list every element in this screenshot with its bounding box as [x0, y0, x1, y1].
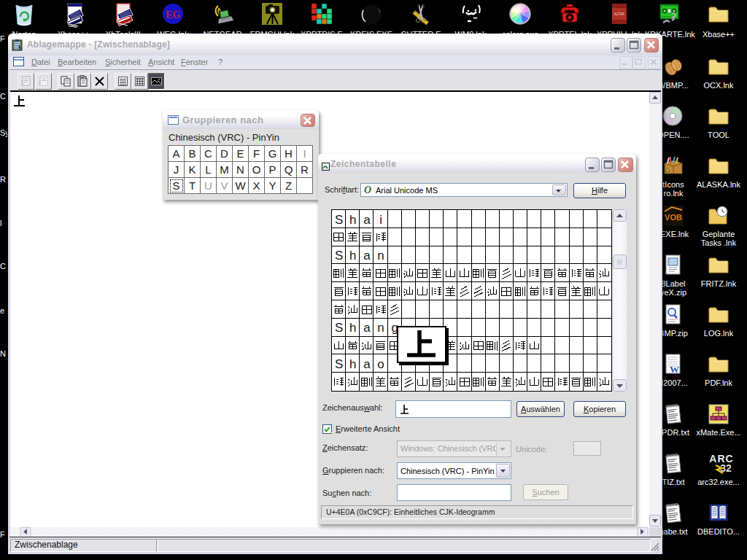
svg-text:n: n — [377, 249, 384, 262]
svg-text:h: h — [349, 249, 356, 262]
svg-text:h: h — [349, 213, 356, 227]
svg-text:a: a — [363, 249, 371, 262]
svg-text:i: i — [379, 213, 382, 227]
svg-text:o: o — [377, 357, 384, 371]
svg-text:a: a — [363, 213, 371, 227]
svg-text:VOB: VOB — [665, 213, 682, 222]
svg-text:n: n — [377, 321, 384, 335]
svg-text:a: a — [363, 321, 371, 335]
svg-text:S: S — [335, 249, 343, 262]
svg-text:a: a — [363, 357, 371, 371]
svg-text:h: h — [349, 321, 356, 335]
svg-text:h: h — [349, 357, 356, 371]
svg-text:ALTAF: ALTAF — [614, 12, 625, 16]
svg-text:W: W — [670, 364, 679, 375]
svg-text:EG: EG — [166, 9, 180, 20]
svg-text:S: S — [335, 357, 343, 371]
svg-text:S: S — [335, 213, 343, 227]
svg-text:S: S — [335, 321, 343, 335]
